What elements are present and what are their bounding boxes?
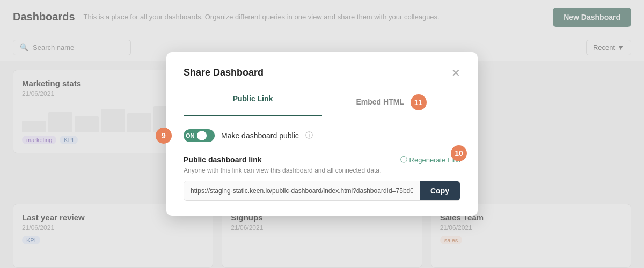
tab-public-link-label: Public Link	[233, 94, 273, 103]
close-button[interactable]: ✕	[451, 68, 460, 78]
link-input-row: Copy	[184, 181, 460, 201]
tab-embed-html-label: Embed HTML	[356, 98, 404, 106]
toggle-text: Make dashboard public	[221, 131, 299, 140]
info-circle-icon: ⓘ	[400, 155, 407, 165]
step-10-badge: 10	[451, 145, 467, 161]
embed-badge: 11	[411, 94, 427, 110]
toggle-knob	[197, 131, 207, 140]
info-icon: ⓘ	[305, 131, 313, 140]
public-toggle[interactable]: ON	[184, 129, 215, 142]
public-link-input[interactable]	[184, 181, 420, 200]
tab-embed-html[interactable]: Embed HTML 11	[322, 89, 460, 116]
link-section-title: Public dashboard link	[184, 155, 261, 164]
modal-header: Share Dashboard ✕	[184, 67, 460, 78]
modal-title: Share Dashboard	[184, 67, 264, 78]
copy-button[interactable]: Copy	[420, 181, 460, 200]
toggle-row: 9 ON Make dashboard public ⓘ	[184, 129, 460, 142]
share-dashboard-modal: Share Dashboard ✕ Public Link Embed HTML…	[166, 52, 478, 216]
tab-public-link[interactable]: Public Link	[184, 89, 322, 116]
link-section: 10 Public dashboard link ⓘ Regenerate Li…	[184, 155, 460, 201]
link-header: Public dashboard link ⓘ Regenerate Link	[184, 155, 460, 165]
modal-overlay: Share Dashboard ✕ Public Link Embed HTML…	[0, 0, 644, 268]
step-9-badge: 9	[156, 128, 172, 144]
link-description: Anyone with this link can view this dash…	[184, 167, 460, 174]
toggle-on-label: ON	[186, 132, 195, 139]
modal-tabs: Public Link Embed HTML 11	[184, 89, 460, 116]
